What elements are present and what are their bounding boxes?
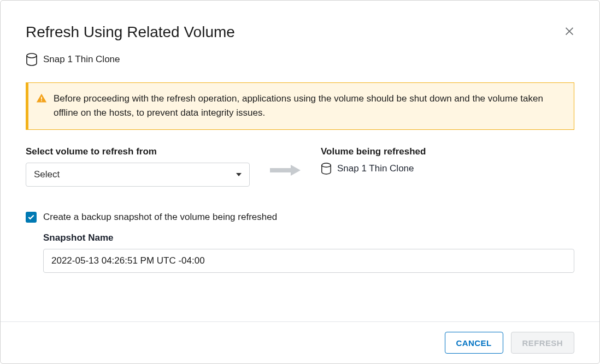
- close-button[interactable]: [563, 25, 575, 37]
- refresh-related-volume-dialog: Refresh Using Related Volume Snap 1 Thin…: [0, 0, 600, 364]
- dialog-body: Refresh Using Related Volume Snap 1 Thin…: [1, 1, 599, 321]
- context-volume-name: Snap 1 Thin Clone: [43, 54, 120, 65]
- target-volume-row: Snap 1 Thin Clone: [321, 163, 426, 175]
- refresh-button[interactable]: REFRESH: [511, 332, 574, 354]
- context-volume-row: Snap 1 Thin Clone: [26, 53, 574, 66]
- backup-checkbox-row: Create a backup snapshot of the volume b…: [26, 212, 574, 223]
- source-volume-select[interactable]: Select: [26, 163, 250, 187]
- source-select-value: Select: [34, 169, 60, 180]
- snapshot-name-input[interactable]: [43, 249, 574, 273]
- svg-rect-3: [270, 168, 291, 172]
- target-label: Volume being refreshed: [321, 146, 426, 157]
- svg-marker-4: [291, 165, 301, 176]
- svg-rect-2: [41, 100, 42, 102]
- snapshot-name-section: Snapshot Name: [43, 232, 574, 273]
- source-label: Select volume to refresh from: [26, 146, 250, 157]
- backup-checkbox-label: Create a backup snapshot of the volume b…: [43, 212, 277, 223]
- source-target-row: Select volume to refresh from Select Vol…: [26, 146, 574, 187]
- volume-icon: [26, 53, 38, 66]
- arrow-right-icon: [270, 165, 301, 176]
- close-icon: [563, 25, 575, 37]
- volume-icon: [321, 163, 332, 175]
- cancel-button[interactable]: CANCEL: [445, 332, 503, 354]
- source-column: Select volume to refresh from Select: [26, 146, 250, 187]
- svg-rect-1: [41, 97, 42, 100]
- warning-icon: [36, 93, 47, 121]
- target-column: Volume being refreshed Snap 1 Thin Clone: [321, 146, 426, 175]
- svg-point-5: [322, 163, 331, 167]
- warning-banner: Before proceeding with the refresh opera…: [26, 82, 574, 130]
- dialog-footer: CANCEL REFRESH: [1, 321, 599, 363]
- snapshot-name-label: Snapshot Name: [43, 232, 574, 243]
- chevron-down-icon: [236, 173, 242, 176]
- warning-text: Before proceeding with the refresh opera…: [54, 92, 563, 121]
- check-icon: [27, 213, 35, 221]
- dialog-title: Refresh Using Related Volume: [26, 23, 574, 41]
- target-volume-name: Snap 1 Thin Clone: [337, 163, 414, 174]
- svg-point-0: [27, 53, 37, 58]
- backup-snapshot-checkbox[interactable]: [26, 212, 37, 223]
- arrow-column: [266, 146, 304, 176]
